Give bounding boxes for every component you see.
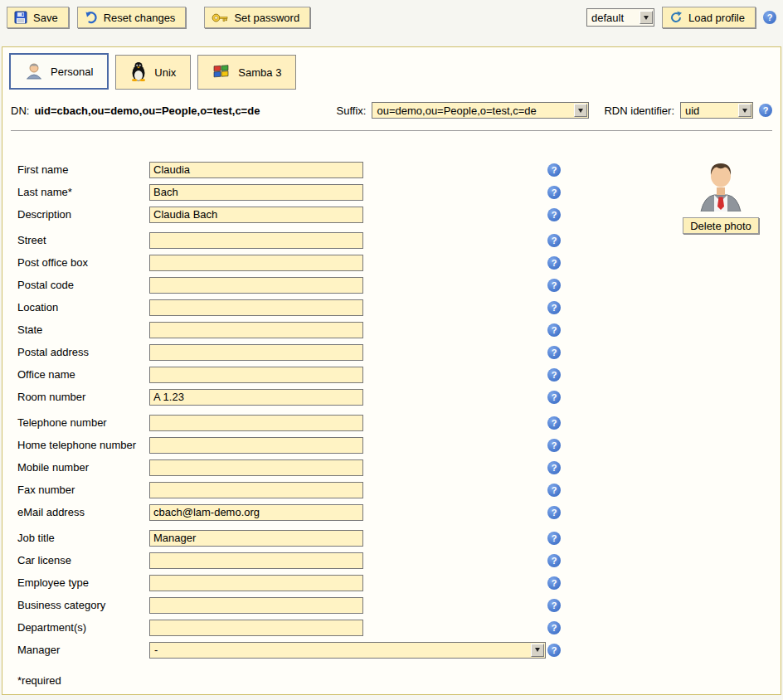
field-input[interactable] — [149, 575, 363, 591]
form-row: Department(s) — [17, 616, 781, 639]
form-row: Office name — [17, 363, 781, 386]
field-label: Fax number — [17, 484, 149, 496]
save-button[interactable]: Save — [7, 7, 69, 28]
form-row: Manager - — [17, 639, 781, 661]
field-cell — [149, 415, 547, 431]
form-row: Postal code — [17, 274, 781, 296]
dropdown-arrow-icon[interactable] — [738, 104, 751, 117]
form-row: Employee type — [17, 571, 781, 594]
help-icon[interactable] — [547, 644, 561, 657]
field-input[interactable] — [149, 530, 363, 547]
load-profile-button[interactable]: Load profile — [662, 7, 756, 28]
help-icon[interactable] — [547, 208, 561, 221]
help-icon[interactable] — [759, 104, 772, 117]
help-icon[interactable] — [547, 461, 561, 474]
field-cell — [149, 597, 547, 614]
field-input[interactable] — [149, 367, 363, 383]
field-input[interactable] — [149, 459, 363, 476]
set-password-label: Set password — [234, 12, 299, 24]
profile-select[interactable]: default — [586, 8, 654, 27]
field-cell — [149, 232, 547, 249]
field-input[interactable] — [149, 255, 363, 271]
key-icon — [212, 12, 228, 23]
lam-user-edit-page: Save Reset changes Set password default … — [0, 0, 783, 700]
field-cell — [149, 299, 547, 316]
field-label: Home telephone number — [17, 439, 149, 451]
help-icon[interactable] — [547, 532, 561, 545]
help-icon[interactable] — [547, 554, 561, 567]
rdn-select-value: uid — [681, 105, 703, 117]
help-icon[interactable] — [547, 484, 561, 497]
dn-label: DN: — [11, 105, 29, 117]
field-cell — [149, 575, 547, 591]
field-input[interactable] — [149, 482, 363, 498]
save-icon — [14, 11, 27, 24]
dropdown-arrow-icon[interactable] — [531, 644, 544, 657]
field-input[interactable] — [149, 232, 363, 249]
field-input[interactable] — [149, 162, 363, 178]
field-input[interactable] — [149, 207, 363, 223]
save-button-label: Save — [33, 12, 58, 24]
rdn-label: RDN identifier: — [604, 105, 674, 117]
help-icon[interactable] — [547, 416, 561, 430]
help-icon[interactable] — [547, 234, 561, 247]
help-icon[interactable] — [547, 576, 561, 590]
field-input[interactable] — [149, 415, 363, 431]
form-row: Home telephone number — [17, 434, 781, 456]
required-note: *required — [17, 674, 781, 687]
help-icon[interactable] — [763, 11, 776, 24]
field-label: Location — [17, 301, 149, 314]
field-cell — [149, 437, 547, 454]
help-icon[interactable] — [547, 346, 561, 359]
help-icon[interactable] — [547, 506, 561, 519]
help-icon[interactable] — [547, 323, 561, 337]
field-input[interactable] — [149, 184, 363, 201]
tab-unix[interactable]: Unix — [115, 55, 191, 90]
field-cell — [149, 322, 547, 338]
form-row: Postal address — [17, 341, 781, 363]
field-label: Post office box — [17, 256, 149, 269]
suffix-select[interactable]: ou=demo,ou=People,o=test,c=de — [372, 102, 589, 119]
windows-flag-icon — [212, 64, 231, 81]
rdn-select[interactable]: uid — [680, 102, 753, 119]
form-row: Description — [17, 203, 781, 226]
field-input[interactable] — [149, 322, 363, 338]
set-password-button[interactable]: Set password — [204, 7, 310, 28]
suffix-group: Suffix: ou=demo,ou=People,o=test,c=de — [337, 102, 590, 119]
field-label: Mobile number — [17, 461, 149, 474]
help-icon[interactable] — [547, 368, 561, 382]
help-icon[interactable] — [547, 301, 561, 314]
help-icon[interactable] — [547, 163, 561, 177]
help-icon[interactable] — [547, 256, 561, 270]
dropdown-arrow-icon[interactable] — [574, 104, 587, 117]
help-icon[interactable] — [547, 599, 561, 612]
refresh-icon — [669, 11, 683, 24]
suffix-select-value: ou=demo,ou=People,o=test,c=de — [372, 105, 540, 117]
help-icon[interactable] — [547, 621, 561, 634]
field-select[interactable]: - — [149, 642, 546, 659]
field-cell — [149, 504, 547, 521]
help-icon[interactable] — [547, 391, 561, 404]
field-input[interactable] — [149, 344, 363, 361]
field-input[interactable] — [149, 389, 363, 406]
field-input[interactable] — [149, 299, 363, 316]
dropdown-arrow-icon[interactable] — [640, 11, 653, 24]
reset-changes-button[interactable]: Reset changes — [77, 7, 187, 28]
field-input[interactable] — [149, 504, 363, 521]
help-icon[interactable] — [547, 439, 561, 452]
form-row: Post office box — [17, 251, 781, 274]
field-input[interactable] — [149, 552, 363, 569]
field-input[interactable] — [149, 277, 363, 294]
field-input[interactable] — [149, 620, 363, 636]
field-input[interactable] — [149, 437, 363, 454]
undo-arrow-icon — [85, 11, 98, 24]
field-input[interactable] — [149, 597, 363, 614]
delete-photo-button[interactable]: Delete photo — [683, 217, 759, 234]
field-label: State — [17, 323, 149, 336]
help-icon[interactable] — [547, 279, 561, 292]
form-row: First name — [17, 158, 781, 181]
field-cell — [149, 207, 547, 223]
help-icon[interactable] — [547, 186, 561, 199]
tab-samba3[interactable]: Samba 3 — [197, 55, 296, 90]
tab-personal[interactable]: Personal — [9, 53, 109, 90]
